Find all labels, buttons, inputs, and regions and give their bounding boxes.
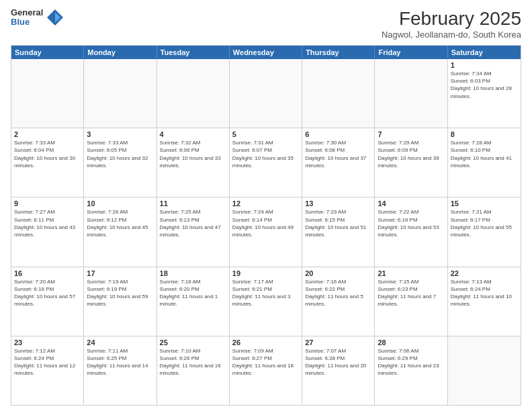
day-info: Sunrise: 7:15 AM Sunset: 6:23 PM Dayligh… — [378, 278, 444, 308]
calendar-cell: 16Sunrise: 7:20 AM Sunset: 6:18 PM Dayli… — [11, 267, 84, 336]
calendar-cell — [375, 59, 447, 128]
calendar-cell — [230, 59, 302, 128]
weekday-header: Wednesday — [230, 46, 302, 59]
calendar-cell: 11Sunrise: 7:25 AM Sunset: 6:13 PM Dayli… — [157, 197, 230, 266]
calendar-cell — [84, 59, 157, 128]
logo-blue: Blue — [11, 17, 43, 27]
day-info: Sunrise: 7:19 AM Sunset: 6:19 PM Dayligh… — [87, 278, 153, 308]
day-number: 6 — [305, 130, 371, 138]
calendar-body: 1Sunrise: 7:34 AM Sunset: 6:03 PM Daylig… — [11, 59, 521, 405]
day-number: 2 — [14, 130, 81, 138]
weekday-header: Tuesday — [157, 46, 230, 59]
day-number: 8 — [451, 130, 518, 138]
day-number: 11 — [160, 199, 226, 208]
calendar-cell: 22Sunrise: 7:13 AM Sunset: 6:24 PM Dayli… — [448, 267, 521, 336]
day-number: 3 — [87, 130, 153, 138]
day-number: 22 — [451, 269, 518, 277]
day-info: Sunrise: 7:34 AM Sunset: 6:03 PM Dayligh… — [451, 70, 518, 100]
weekday-header: Saturday — [448, 46, 521, 59]
calendar-cell: 8Sunrise: 7:28 AM Sunset: 6:10 PM Daylig… — [448, 128, 521, 197]
logo-general: General — [11, 8, 43, 17]
day-number: 9 — [14, 199, 81, 208]
calendar-row: 1Sunrise: 7:34 AM Sunset: 6:03 PM Daylig… — [11, 59, 521, 128]
day-number: 1 — [451, 61, 518, 69]
calendar-cell: 10Sunrise: 7:26 AM Sunset: 6:12 PM Dayli… — [84, 197, 157, 266]
day-number: 5 — [232, 130, 299, 138]
day-number: 24 — [87, 338, 153, 347]
day-number: 12 — [232, 199, 299, 208]
month-title: February 2025 — [382, 8, 521, 30]
calendar-row: 9Sunrise: 7:27 AM Sunset: 6:11 PM Daylig… — [11, 197, 521, 266]
day-number: 17 — [87, 269, 153, 277]
weekday-header: Sunday — [11, 46, 84, 59]
calendar-cell: 18Sunrise: 7:18 AM Sunset: 6:20 PM Dayli… — [157, 267, 230, 336]
calendar-cell — [448, 336, 521, 405]
day-info: Sunrise: 7:27 AM Sunset: 6:11 PM Dayligh… — [14, 208, 81, 238]
day-info: Sunrise: 7:22 AM Sunset: 6:16 PM Dayligh… — [378, 208, 444, 238]
calendar-cell: 4Sunrise: 7:32 AM Sunset: 6:06 PM Daylig… — [157, 128, 230, 197]
calendar: SundayMondayTuesdayWednesdayThursdayFrid… — [11, 45, 521, 406]
header: General Blue February 2025 Nagwol, Jeoll… — [11, 8, 521, 40]
day-number: 4 — [160, 130, 226, 138]
calendar-cell: 24Sunrise: 7:11 AM Sunset: 6:25 PM Dayli… — [84, 336, 157, 405]
page: General Blue February 2025 Nagwol, Jeoll… — [0, 0, 532, 411]
day-number: 23 — [14, 338, 81, 347]
calendar-cell: 3Sunrise: 7:33 AM Sunset: 6:05 PM Daylig… — [84, 128, 157, 197]
calendar-cell: 26Sunrise: 7:09 AM Sunset: 6:27 PM Dayli… — [230, 336, 302, 405]
day-info: Sunrise: 7:24 AM Sunset: 6:14 PM Dayligh… — [232, 208, 299, 238]
calendar-cell: 23Sunrise: 7:12 AM Sunset: 6:24 PM Dayli… — [11, 336, 84, 405]
day-number: 10 — [87, 199, 153, 208]
day-number: 7 — [378, 130, 444, 138]
day-info: Sunrise: 7:33 AM Sunset: 6:05 PM Dayligh… — [87, 139, 153, 169]
calendar-header: SundayMondayTuesdayWednesdayThursdayFrid… — [11, 46, 521, 59]
calendar-cell: 12Sunrise: 7:24 AM Sunset: 6:14 PM Dayli… — [230, 197, 302, 266]
day-info: Sunrise: 7:29 AM Sunset: 6:09 PM Dayligh… — [378, 139, 444, 169]
day-info: Sunrise: 7:18 AM Sunset: 6:20 PM Dayligh… — [160, 278, 226, 308]
day-number: 20 — [305, 269, 371, 277]
day-info: Sunrise: 7:26 AM Sunset: 6:12 PM Dayligh… — [87, 208, 153, 238]
weekday-header: Thursday — [302, 46, 375, 59]
day-number: 25 — [160, 338, 226, 347]
day-info: Sunrise: 7:12 AM Sunset: 6:24 PM Dayligh… — [14, 347, 81, 377]
day-info: Sunrise: 7:21 AM Sunset: 6:17 PM Dayligh… — [451, 208, 518, 238]
day-number: 16 — [14, 269, 81, 277]
calendar-cell: 17Sunrise: 7:19 AM Sunset: 6:19 PM Dayli… — [84, 267, 157, 336]
calendar-cell: 15Sunrise: 7:21 AM Sunset: 6:17 PM Dayli… — [448, 197, 521, 266]
calendar-cell: 14Sunrise: 7:22 AM Sunset: 6:16 PM Dayli… — [375, 197, 447, 266]
calendar-cell: 5Sunrise: 7:31 AM Sunset: 6:07 PM Daylig… — [230, 128, 302, 197]
day-info: Sunrise: 7:25 AM Sunset: 6:13 PM Dayligh… — [160, 208, 226, 238]
day-info: Sunrise: 7:32 AM Sunset: 6:06 PM Dayligh… — [160, 139, 226, 169]
calendar-cell: 20Sunrise: 7:16 AM Sunset: 6:22 PM Dayli… — [302, 267, 375, 336]
day-info: Sunrise: 7:11 AM Sunset: 6:25 PM Dayligh… — [87, 347, 153, 377]
day-info: Sunrise: 7:09 AM Sunset: 6:27 PM Dayligh… — [232, 347, 299, 377]
calendar-cell: 13Sunrise: 7:23 AM Sunset: 6:15 PM Dayli… — [302, 197, 375, 266]
calendar-row: 2Sunrise: 7:33 AM Sunset: 6:04 PM Daylig… — [11, 128, 521, 197]
calendar-row: 16Sunrise: 7:20 AM Sunset: 6:18 PM Dayli… — [11, 267, 521, 336]
calendar-cell: 2Sunrise: 7:33 AM Sunset: 6:04 PM Daylig… — [11, 128, 84, 197]
calendar-cell: 9Sunrise: 7:27 AM Sunset: 6:11 PM Daylig… — [11, 197, 84, 266]
calendar-cell: 21Sunrise: 7:15 AM Sunset: 6:23 PM Dayli… — [375, 267, 447, 336]
day-info: Sunrise: 7:13 AM Sunset: 6:24 PM Dayligh… — [451, 278, 518, 308]
calendar-cell: 25Sunrise: 7:10 AM Sunset: 6:26 PM Dayli… — [157, 336, 230, 405]
calendar-cell: 28Sunrise: 7:06 AM Sunset: 6:29 PM Dayli… — [375, 336, 447, 405]
day-info: Sunrise: 7:30 AM Sunset: 6:08 PM Dayligh… — [305, 139, 371, 169]
day-info: Sunrise: 7:23 AM Sunset: 6:15 PM Dayligh… — [305, 208, 371, 238]
calendar-cell: 7Sunrise: 7:29 AM Sunset: 6:09 PM Daylig… — [375, 128, 447, 197]
calendar-row: 23Sunrise: 7:12 AM Sunset: 6:24 PM Dayli… — [11, 336, 521, 405]
day-number: 14 — [378, 199, 444, 208]
calendar-cell: 1Sunrise: 7:34 AM Sunset: 6:03 PM Daylig… — [448, 59, 521, 128]
day-number: 15 — [451, 199, 518, 208]
logo: General Blue — [11, 8, 64, 28]
calendar-cell — [11, 59, 84, 128]
day-number: 13 — [305, 199, 371, 208]
day-info: Sunrise: 7:17 AM Sunset: 6:21 PM Dayligh… — [232, 278, 299, 308]
day-info: Sunrise: 7:10 AM Sunset: 6:26 PM Dayligh… — [160, 347, 226, 377]
day-info: Sunrise: 7:07 AM Sunset: 6:28 PM Dayligh… — [305, 347, 371, 377]
calendar-cell: 6Sunrise: 7:30 AM Sunset: 6:08 PM Daylig… — [302, 128, 375, 197]
day-info: Sunrise: 7:33 AM Sunset: 6:04 PM Dayligh… — [14, 139, 81, 169]
day-number: 28 — [378, 338, 444, 347]
day-info: Sunrise: 7:20 AM Sunset: 6:18 PM Dayligh… — [14, 278, 81, 308]
day-number: 18 — [160, 269, 226, 277]
calendar-cell: 19Sunrise: 7:17 AM Sunset: 6:21 PM Dayli… — [230, 267, 302, 336]
day-info: Sunrise: 7:06 AM Sunset: 6:29 PM Dayligh… — [378, 347, 444, 377]
